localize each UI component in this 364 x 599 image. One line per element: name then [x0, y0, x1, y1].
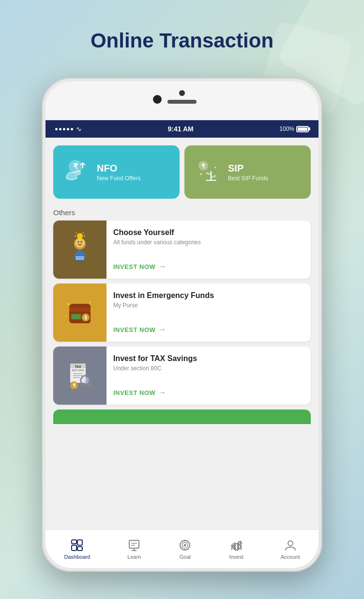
- svg-point-34: [82, 377, 89, 384]
- svg-line-17: [76, 233, 77, 234]
- svg-text:TAX: TAX: [75, 365, 81, 368]
- nav-account[interactable]: Account: [281, 538, 300, 560]
- camera: [179, 90, 185, 96]
- choose-yourself-image: [53, 221, 106, 279]
- svg-text:RETURN: RETURN: [72, 369, 84, 372]
- svg-rect-40: [77, 540, 82, 545]
- svg-point-57: [288, 541, 293, 546]
- emergency-funds-content: Invest in Emergency Funds My Purse INVES…: [106, 284, 311, 342]
- battery-icon: [296, 126, 309, 132]
- svg-rect-41: [77, 547, 82, 551]
- wifi-icon: ∿: [76, 125, 82, 133]
- svg-rect-42: [129, 540, 139, 548]
- partial-card: [53, 410, 311, 424]
- nav-learn[interactable]: Learn: [127, 538, 141, 560]
- nav-invest-label: Invest: [229, 554, 243, 560]
- nav-account-label: Account: [281, 554, 300, 560]
- emergency-funds-image: $ ✦ ✦ ✦: [53, 284, 106, 342]
- svg-rect-13: [76, 256, 84, 260]
- nav-learn-label: Learn: [127, 554, 141, 560]
- list-item-emergency-funds[interactable]: $ ✦ ✦ ✦ Invest in Emergency Funds My Pur…: [53, 284, 311, 342]
- nav-invest[interactable]: Invest: [229, 538, 243, 560]
- svg-text:✦: ✦: [64, 315, 67, 318]
- svg-text:✦: ✦: [66, 301, 70, 307]
- status-left: ∿: [55, 125, 82, 133]
- phone-top: [46, 81, 318, 120]
- choose-yourself-content: Choose Yourself All funds under various …: [106, 221, 311, 279]
- svg-text:₹: ₹: [201, 163, 205, 170]
- svg-text:✦: ✦: [214, 166, 216, 169]
- arrow-icon: →: [158, 388, 167, 397]
- svg-text:₹: ₹: [73, 162, 78, 171]
- speaker: [167, 100, 197, 104]
- goal-icon: [178, 538, 192, 552]
- sip-title: SIP: [228, 163, 268, 174]
- nfo-card[interactable]: ₹ NFO New Fund Offers: [53, 145, 180, 199]
- svg-text:₹: ₹: [73, 383, 76, 388]
- phone-inner: ∿ 9:41 AM 100% ₹: [46, 81, 318, 568]
- emergency-funds-cta[interactable]: INVEST NOW →: [113, 325, 304, 334]
- arrow-icon: →: [158, 262, 167, 271]
- choose-yourself-subtitle: All funds under various categories: [113, 239, 304, 246]
- others-label: Others: [46, 204, 318, 221]
- bottom-nav: Dashboard Learn: [46, 529, 318, 568]
- nav-dashboard[interactable]: Dashboard: [64, 538, 90, 560]
- phone-frame: ∿ 9:41 AM 100% ₹: [42, 78, 322, 572]
- account-icon: [284, 538, 297, 552]
- svg-line-18: [83, 233, 84, 234]
- dashboard-icon: [70, 538, 84, 552]
- nfo-icon: ₹: [61, 158, 90, 187]
- status-time: 9:41 AM: [168, 125, 194, 133]
- list-item-tax-savings[interactable]: TAX RETURN ₹: [53, 347, 311, 405]
- svg-text:✦: ✦: [89, 300, 92, 305]
- signal-dots: [55, 128, 73, 130]
- choose-yourself-title: Choose Yourself: [113, 228, 304, 237]
- status-right: 100%: [279, 126, 309, 132]
- battery-text: 100%: [279, 126, 294, 132]
- tax-savings-title: Invest for TAX Savings: [113, 354, 304, 363]
- status-bar: ∿ 9:41 AM 100%: [46, 120, 318, 138]
- cards-row: ₹ NFO New Fund Offers: [46, 138, 318, 204]
- emergency-funds-subtitle: My Purse: [113, 302, 304, 309]
- svg-rect-22: [71, 314, 81, 315]
- page-title: Online Transaction: [0, 29, 364, 52]
- svg-text:$: $: [84, 315, 87, 320]
- emergency-funds-title: Invest in Emergency Funds: [113, 291, 304, 300]
- svg-point-10: [78, 241, 79, 243]
- arrow-icon: →: [158, 325, 167, 334]
- screen-content: ₹ NFO New Fund Offers: [46, 138, 318, 568]
- tax-savings-cta[interactable]: INVEST NOW →: [113, 388, 304, 397]
- svg-point-54: [238, 545, 239, 546]
- nav-dashboard-label: Dashboard: [64, 554, 90, 560]
- invest-icon: [229, 538, 243, 552]
- tax-savings-subtitle: Under section 80C: [113, 365, 304, 372]
- svg-point-14: [77, 233, 83, 239]
- sip-icon: ₹ ✦ ✦: [192, 158, 221, 187]
- nav-goal[interactable]: Goal: [178, 538, 192, 560]
- nav-goal-label: Goal: [180, 554, 191, 560]
- nfo-subtitle: New Fund Offers: [97, 175, 140, 182]
- sip-subtitle: Best SIP Funds: [228, 175, 268, 182]
- svg-rect-39: [72, 545, 76, 551]
- nfo-title: NFO: [97, 163, 140, 174]
- tax-savings-content: Invest for TAX Savings Under section 80C…: [106, 347, 311, 405]
- sip-text: SIP Best SIP Funds: [228, 163, 268, 182]
- list-item-choose-yourself[interactable]: Choose Yourself All funds under various …: [53, 221, 311, 279]
- svg-line-35: [89, 384, 92, 387]
- choose-yourself-cta[interactable]: INVEST NOW →: [113, 262, 304, 271]
- nfo-text: NFO New Fund Offers: [97, 163, 140, 182]
- svg-point-11: [81, 241, 82, 243]
- svg-point-50: [184, 544, 186, 546]
- sip-card[interactable]: ₹ ✦ ✦ SIP: [184, 145, 311, 199]
- tax-savings-image: TAX RETURN ₹: [53, 347, 106, 405]
- svg-text:✦: ✦: [199, 172, 203, 176]
- front-camera: [153, 95, 162, 104]
- svg-rect-38: [72, 540, 76, 544]
- learn-icon: [127, 538, 141, 552]
